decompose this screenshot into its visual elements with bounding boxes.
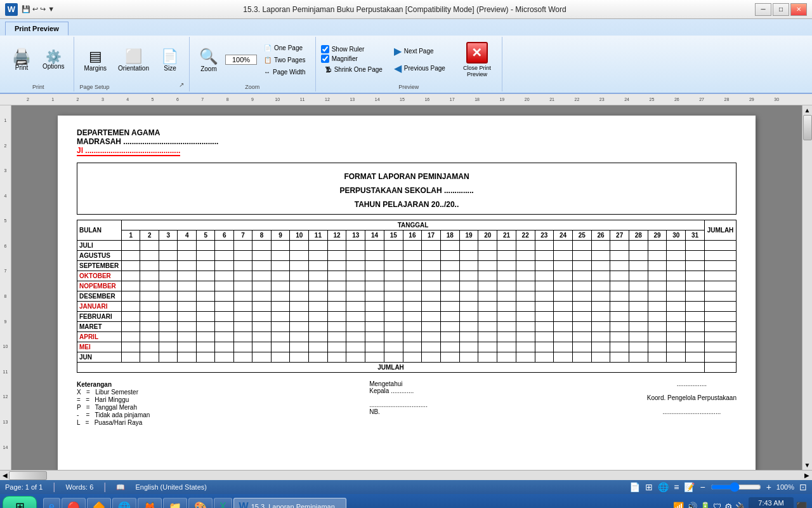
print-button[interactable]: 🖨️ Print	[8, 46, 36, 74]
zoom-button[interactable]: 🔍 Zoom	[195, 44, 223, 76]
volume-icon[interactable]: 🔊	[686, 502, 697, 508]
scroll-down-arrow[interactable]: ▼	[803, 460, 812, 470]
footer-section: Keterangan X = Libur Semester = = Hari M…	[77, 380, 737, 427]
zoom-out-icon[interactable]: −	[700, 482, 705, 492]
doc-title-line3: TAHUN PELAJARAN 20../20..	[81, 200, 732, 209]
scroll-thumb-v[interactable]	[803, 115, 812, 140]
taskbar-firefox[interactable]: 🦊	[138, 498, 162, 508]
view-outline-icon[interactable]: ≡	[674, 482, 679, 492]
scroll-up-arrow[interactable]: ▲	[803, 105, 812, 115]
usb-icon[interactable]: 🔌	[735, 502, 746, 508]
margins-button[interactable]: ▤ Margins	[79, 45, 111, 75]
table-row: FEBRUARI	[77, 312, 737, 322]
options-button[interactable]: ⚙️ Options	[38, 47, 69, 73]
keterangan-l: L = Puasa/Hari Raya	[77, 419, 150, 426]
zoom-in-icon[interactable]: +	[766, 482, 771, 492]
ribbon-group-page-setup: ▤ Margins ⬜ Orientation 📄 Size Page Setu…	[74, 37, 190, 91]
main-table: BULAN TANGGAL JUMLAH 1234567891011121314…	[77, 220, 737, 373]
minimize-button[interactable]: ─	[755, 3, 771, 16]
zoom-options-column: 📄 One Page 📋 Two Pages ↔️ Page Width	[259, 43, 310, 77]
size-button[interactable]: 📄 Size	[156, 45, 184, 75]
table-row: OKTOBER	[77, 271, 737, 281]
spell-icon[interactable]: 📖	[116, 483, 125, 491]
orientation-icon: ⬜	[125, 48, 142, 65]
keterangan-p: P = Tanggal Merah	[77, 404, 150, 411]
language-indicator[interactable]: English (United States)	[135, 483, 207, 491]
header-jumlah: JUMLAH	[705, 220, 737, 241]
antivirus-icon[interactable]: ⚙	[724, 502, 733, 508]
magnifier-row: Magnifier	[321, 55, 387, 63]
clock-area[interactable]: 7:43 AM 10/28/2020	[749, 497, 794, 508]
horizontal-scrollbar[interactable]: ◀ ▶	[0, 470, 812, 480]
close-button[interactable]: ✕	[790, 3, 807, 16]
zoom-percent-box[interactable]: 100%	[225, 55, 257, 65]
one-page-button[interactable]: 📄 One Page	[259, 43, 310, 53]
margins-icon: ▤	[89, 48, 102, 65]
maximize-button[interactable]: □	[773, 3, 789, 16]
tab-print-preview[interactable]: Print Preview	[5, 22, 69, 36]
two-pages-button[interactable]: 📋 Two Pages	[259, 55, 310, 65]
zoom-icon: 🔍	[199, 48, 218, 65]
scroll-right-arrow[interactable]: ▶	[803, 471, 811, 480]
view-layout-icon[interactable]: ⊞	[645, 482, 653, 492]
next-page-button[interactable]: ▶ Next Page	[390, 43, 450, 59]
zoom-group-content: 🔍 Zoom 100% 📄 One Page 📋 Two Pages	[195, 38, 310, 81]
magnifier-checkbox[interactable]	[321, 55, 329, 63]
page-width-button[interactable]: ↔️ Page Width	[259, 67, 310, 77]
show-desktop-icon[interactable]: ⬛	[796, 502, 807, 508]
taskbar-word-active[interactable]: W 15.3. Laporan Peminjaman...	[233, 498, 346, 508]
zoom-percent-status: 100%	[776, 483, 794, 491]
scroll-area[interactable]: DEPARTEMEN AGAMA MADRASAH ..............…	[11, 105, 802, 470]
ribbon-group-preview: Show Ruler Magnifier 🗜 Shrink One Page ▶…	[316, 37, 502, 91]
zoom-fit-icon[interactable]: ⊡	[799, 482, 807, 492]
kepala-label: Kepala .............	[369, 387, 428, 394]
taskbar-chrome[interactable]: 🌐	[112, 498, 136, 508]
title-bar: W 💾 ↩ ↪ ▼ 15.3. Laporan Peminjaman Buku …	[0, 0, 812, 19]
taskbar-browser1[interactable]: 🔴	[62, 498, 86, 508]
show-ruler-row: Show Ruler	[321, 45, 387, 53]
battery-icon[interactable]: 🔋	[700, 502, 710, 508]
page-setup-dialog-launcher[interactable]: ↗	[179, 81, 184, 90]
close-print-preview-button[interactable]: ✕ Close PrintPreview	[457, 39, 497, 81]
horizontal-ruler: 2 1 2 3 4 5 6 7 8 9 10 11 12 13	[0, 94, 812, 105]
window-controls: ─ □ ✕	[755, 3, 807, 16]
close-print-label: Close PrintPreview	[463, 65, 491, 77]
taskbar-paint[interactable]: 🎨	[188, 498, 213, 508]
koord-block: ................. Koord. Pengelola Perpu…	[647, 380, 737, 427]
dept-header: DEPARTEMEN AGAMA MADRASAH ..............…	[77, 128, 737, 156]
shrink-one-page-button[interactable]: 🗜 Shrink One Page	[321, 64, 387, 75]
ribbon-group-print: 🖨️ Print ⚙️ Options Print	[3, 37, 74, 91]
taskbar-files[interactable]: 📁	[163, 498, 187, 508]
network-icon[interactable]: 📶	[673, 502, 684, 508]
size-icon: 📄	[161, 48, 178, 65]
security-icon[interactable]: 🛡	[713, 502, 722, 508]
previous-page-button[interactable]: ◀ Previous Page	[390, 60, 450, 76]
scroll-left-arrow[interactable]: ◀	[1, 471, 9, 480]
next-page-icon: ▶	[394, 45, 402, 57]
nb-label: NB.	[369, 408, 428, 415]
view-draft-icon[interactable]: 📝	[684, 482, 695, 492]
vertical-scrollbar[interactable]: ▲ ▼	[802, 105, 812, 470]
dept-line3: Jl .....................................…	[77, 146, 180, 156]
view-web-icon[interactable]: 🌐	[658, 482, 669, 492]
table-row: DESEMBER	[77, 291, 737, 302]
two-pages-icon: 📋	[264, 57, 272, 64]
scroll-thumb-h[interactable]	[9, 471, 47, 480]
zoom-slider[interactable]	[710, 482, 761, 492]
taskbar-browser2[interactable]: 🔶	[87, 498, 111, 508]
keterangan-eq: = = Hari Minggu	[77, 396, 150, 403]
browser2-icon: 🔶	[93, 501, 105, 509]
taskbar-excel[interactable]: X	[214, 498, 232, 508]
zoom-display: 100%	[225, 55, 257, 65]
view-normal-icon[interactable]: 📄	[629, 482, 640, 492]
start-button[interactable]: ⊞	[3, 496, 37, 508]
show-ruler-checkbox[interactable]	[321, 45, 329, 53]
clock-time: 7:43 AM	[754, 499, 789, 507]
document-area: DEPARTEMEN AGAMA MADRASAH ..............…	[11, 105, 802, 470]
orientation-button[interactable]: ⬜ Orientation	[114, 45, 154, 75]
ribbon: Print Preview 🖨️ Print ⚙️ Options Print …	[0, 19, 812, 94]
prev-page-icon: ◀	[394, 62, 402, 74]
quick-access[interactable]: 💾 ↩ ↪ ▼	[22, 5, 55, 13]
taskbar-ie[interactable]: e	[43, 498, 60, 508]
taskbar-right: 📶 🔊 🔋 🛡 ⚙ 🔌 7:43 AM 10/28/2020 ⬛	[673, 497, 809, 508]
